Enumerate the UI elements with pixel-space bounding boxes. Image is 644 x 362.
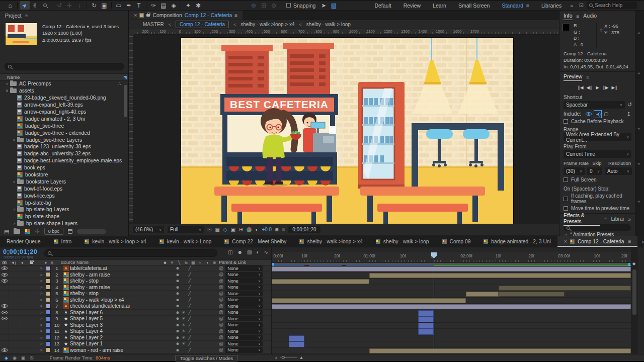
project-search-input[interactable] <box>14 64 120 69</box>
layer-duration-bar[interactable] <box>466 292 499 297</box>
project-item[interactable]: >bookstore Layers <box>0 178 128 185</box>
layer-audio-toggle[interactable] <box>9 335 18 341</box>
layer-row[interactable]: >9★Shape Layer 5☻✳╱@None∨ <box>0 316 271 322</box>
workspace-learn[interactable]: Learn <box>427 3 452 9</box>
layer-lock-toggle[interactable] <box>27 303 36 309</box>
show-snapshot-icon[interactable]: ◙ <box>282 227 285 232</box>
project-item[interactable]: badge-123_university-38.eps <box>0 143 128 150</box>
collapse-toggle[interactable]: ✳ <box>181 341 187 346</box>
quality-toggle[interactable]: ╱ <box>187 279 193 283</box>
layer-row[interactable]: >12★Shape Layer 2☻✳╱@None∨ <box>0 335 271 341</box>
magnification-select[interactable]: (46.8%)∨ <box>133 226 164 233</box>
play-button[interactable]: ▶ <box>596 85 599 90</box>
parent-select[interactable]: None∨ <box>225 303 263 309</box>
graph-editor-button[interactable]: ∿ <box>264 249 268 255</box>
shy-toggle[interactable]: ☻ <box>175 316 181 321</box>
parent-select[interactable]: None∨ <box>225 285 263 290</box>
pickwhip-icon[interactable]: @ <box>219 322 223 327</box>
layer-lock-toggle[interactable] <box>27 347 36 353</box>
snap-option-arrow[interactable]: ➤ <box>318 1 329 10</box>
pickwhip-icon[interactable]: @ <box>219 297 223 302</box>
layer-label-swatch[interactable] <box>46 322 51 327</box>
workspace-review[interactable]: Review <box>398 3 426 9</box>
layer-duration-bar[interactable] <box>272 298 466 303</box>
timeline-tab[interactable]: ×Comp 12 - Cafeteria≡ <box>557 236 638 247</box>
layer-name[interactable]: shelby - stop <box>70 278 162 284</box>
orbit-camera-tool[interactable]: ↺ <box>54 1 64 10</box>
timeline-tab[interactable]: Intro <box>47 236 78 247</box>
layer-audio-toggle[interactable] <box>9 297 18 303</box>
layer-lock-toggle[interactable] <box>27 285 36 291</box>
tab-libraries[interactable]: Librai <box>611 216 624 223</box>
project-item[interactable]: >badge_two-three Layers <box>0 136 128 143</box>
layer-twirl-icon[interactable]: > <box>38 273 45 277</box>
snap-option-box[interactable]: ▧ <box>329 1 339 10</box>
sort-icon[interactable]: ◥ <box>123 75 127 80</box>
dolly-camera-tool[interactable]: ↓ <box>74 1 85 10</box>
hand-tool[interactable]: ✌ <box>30 1 40 10</box>
layer-twirl-icon[interactable]: > <box>38 279 45 283</box>
project-item[interactable]: badge-abc_university-32.eps <box>0 150 128 157</box>
lock-icon[interactable] <box>146 14 150 17</box>
breadcrumb-item[interactable]: Comp 12 - Cafeteria <box>176 21 229 28</box>
layer-twirl-icon[interactable]: > <box>38 266 45 270</box>
workspace-menu-icon[interactable]: ≡ <box>526 3 529 8</box>
parent-select[interactable]: None∨ <box>225 265 263 271</box>
shy-toggle[interactable]: ☻ <box>175 348 181 352</box>
timeline-tab[interactable]: Comp 22 - Meet Shelby <box>218 236 293 247</box>
twirl-icon[interactable]: > <box>11 207 17 212</box>
layer-duration-bar[interactable] <box>272 266 631 272</box>
layer-audio-toggle[interactable] <box>9 278 18 284</box>
current-timecode[interactable]: 0;00;01;20 <box>3 248 38 255</box>
project-item[interactable]: badge animated - 2, 3 Uni <box>0 115 128 122</box>
local-axis-mode-button[interactable]: ⊕ <box>249 1 259 10</box>
project-item[interactable]: bowl-rice.eps <box>0 192 128 199</box>
move-time-checkbox[interactable]: Move time to preview time <box>559 205 635 212</box>
layer-label-swatch[interactable] <box>46 291 51 296</box>
project-item[interactable]: book.eps <box>0 164 128 171</box>
layer-audio-toggle[interactable] <box>9 303 18 309</box>
layer-duration-bar[interactable] <box>418 310 434 316</box>
timeline-scrollbar[interactable]: ◆ <box>631 247 638 354</box>
layer-duration-bar[interactable] <box>289 335 304 341</box>
collapse-toggle[interactable]: ✳ <box>181 335 187 340</box>
viewer-timecode[interactable]: 0;00;01;20 <box>288 226 320 233</box>
layer-visibility-toggle[interactable] <box>0 278 9 284</box>
time-ruler[interactable]: 0:00f10f20f01:00f10f20f02:00f10f20f03:00… <box>272 252 631 262</box>
close-icon[interactable]: × <box>564 239 567 244</box>
roto-brush-tool[interactable]: ✦ <box>183 1 193 10</box>
shy-toggle[interactable]: ☻ <box>175 285 181 290</box>
roi-button[interactable]: ⊡ <box>207 227 211 232</box>
footer-scrollbar[interactable] <box>77 229 106 234</box>
project-item[interactable]: bowl-of-food.eps <box>0 185 128 192</box>
pan-camera-tool[interactable]: ✛ <box>64 1 74 10</box>
quality-toggle[interactable]: ╱ <box>187 291 193 296</box>
shy-toggle[interactable]: ☻ <box>175 304 181 308</box>
adjust-icon[interactable]: ✣ <box>35 228 39 235</box>
project-scrollbar[interactable] <box>124 85 127 117</box>
twirl-icon[interactable]: ∨ <box>4 88 10 93</box>
timeline-search-input[interactable] <box>54 250 214 256</box>
channel-icon[interactable] <box>247 227 252 232</box>
layer-label-swatch[interactable] <box>46 297 51 302</box>
network-render-status-icon[interactable]: ◆ <box>5 355 8 360</box>
layer-visibility-toggle[interactable] <box>0 328 9 334</box>
layer-name[interactable]: Shape Layer 2 <box>70 335 162 340</box>
mask-visibility-button[interactable]: ◇ <box>223 227 227 232</box>
resolution-select[interactable]: Full∨ <box>168 226 204 233</box>
close-icon[interactable]: × <box>134 12 137 18</box>
layer-duration-bar[interactable] <box>418 316 434 322</box>
project-item[interactable]: badge-best-university_employee-male.eps <box>0 157 128 164</box>
proxy-status-icon[interactable]: ▣ <box>21 355 26 360</box>
panel-menu-icon[interactable]: ≡ <box>628 239 631 244</box>
pickwhip-icon[interactable]: @ <box>219 316 223 321</box>
shy-toggle[interactable]: ☻ <box>175 341 181 346</box>
layer-solo-toggle[interactable] <box>18 341 27 347</box>
panel-menu-icon[interactable]: ≡ <box>234 13 237 18</box>
timeline-tab[interactable]: badge animated - 2, 3 Uni <box>477 236 557 247</box>
resolution-preview-select[interactable]: Auto∨ <box>605 167 632 175</box>
hide-shy-layers-toggle[interactable]: ☻ <box>237 249 243 255</box>
previous-frame-button[interactable]: ◀❙ <box>587 85 593 90</box>
project-search-box[interactable] <box>5 63 124 70</box>
tab-info[interactable]: Info <box>564 13 573 20</box>
